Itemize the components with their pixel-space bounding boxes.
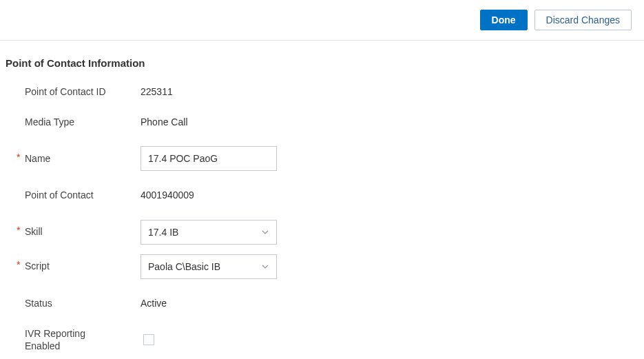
value-status: Active xyxy=(141,298,167,309)
value-media-type: Phone Call xyxy=(141,116,188,127)
content-area: Point of Contact Information Point of Co… xyxy=(0,41,644,352)
chevron-down-icon xyxy=(261,263,269,271)
label-script: Script xyxy=(25,260,50,272)
label-status: Status xyxy=(25,297,52,309)
chevron-down-icon xyxy=(261,228,269,236)
label-poc: Point of Contact xyxy=(25,189,94,201)
row-media-type: Media Type Phone Call xyxy=(6,116,644,128)
label-skill: Skill xyxy=(25,225,43,238)
skill-select-value: 17.4 IB xyxy=(148,227,178,238)
row-poc: Point of Contact 4001940009 xyxy=(6,189,644,201)
script-select[interactable]: Paola C\Basic IB xyxy=(141,254,277,279)
row-status: Status Active xyxy=(6,297,644,309)
ivr-reporting-checkbox[interactable] xyxy=(143,334,154,345)
label-poc-id: Point of Contact ID xyxy=(25,85,106,98)
action-bar: Done Discard Changes xyxy=(0,0,644,40)
name-input[interactable] xyxy=(141,146,277,171)
script-select-value: Paola C\Basic IB xyxy=(148,261,220,272)
required-marker: * xyxy=(17,260,25,269)
label-name: Name xyxy=(25,152,50,165)
skill-select[interactable]: 17.4 IB xyxy=(141,220,277,245)
label-ivr-reporting: IVR Reporting Enabled xyxy=(25,327,101,352)
value-poc-id: 225311 xyxy=(141,86,173,97)
row-ivr-reporting: IVR Reporting Enabled xyxy=(6,327,644,352)
discard-button[interactable]: Discard Changes xyxy=(534,10,632,30)
done-button[interactable]: Done xyxy=(480,10,528,30)
label-media-type: Media Type xyxy=(25,116,74,128)
required-marker: * xyxy=(17,225,25,235)
section-title: Point of Contact Information xyxy=(6,57,644,69)
row-name: * Name xyxy=(6,146,644,171)
required-marker: * xyxy=(17,152,25,162)
row-poc-id: Point of Contact ID 225311 xyxy=(6,85,644,98)
row-skill: * Skill 17.4 IB xyxy=(6,220,644,245)
row-script: * Script Paola C\Basic IB xyxy=(6,254,644,279)
value-poc: 4001940009 xyxy=(141,189,194,201)
